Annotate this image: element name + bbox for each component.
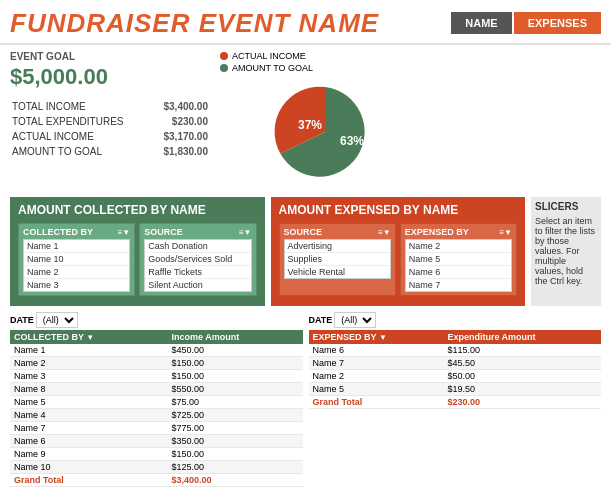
pie-chart-area: 63% 37%: [260, 77, 390, 187]
source-filter: SOURCE ≡▼ Cash DonationGoods/Services So…: [139, 223, 256, 296]
list-item[interactable]: Advertising: [285, 240, 390, 253]
list-item[interactable]: Name 1: [24, 240, 129, 253]
stats-table: TOTAL INCOME$3,400.00TOTAL EXPENDITURES$…: [10, 98, 210, 160]
row-value: $450.00: [167, 344, 302, 357]
stats-value: $1,830.00: [153, 145, 208, 158]
table-row: Name 5$75.00: [10, 396, 303, 409]
tab-name[interactable]: NAME: [451, 12, 511, 34]
exp-col1-dropdown[interactable]: ▼: [379, 333, 387, 342]
row-value: $150.00: [167, 448, 302, 461]
stats-row: TOTAL INCOME$3,400.00: [12, 100, 208, 113]
expensed-date-filter-row: DATE (All): [309, 312, 602, 328]
table-row: Grand Total$230.00: [309, 396, 602, 409]
stats-value: $3,170.00: [153, 130, 208, 143]
event-goal-value: $5,000.00: [10, 64, 210, 90]
list-item[interactable]: Vehicle Rental: [285, 266, 390, 278]
table-row: Name 1$450.00: [10, 344, 303, 357]
expensed-date-label: DATE: [309, 315, 333, 325]
chart-legend: ACTUAL INCOME AMOUNT TO GOAL: [220, 51, 601, 73]
expensed-date-select[interactable]: (All): [334, 312, 376, 328]
list-item[interactable]: Name 2: [406, 240, 511, 253]
list-item[interactable]: Name 2: [24, 266, 129, 279]
filter-icon-3[interactable]: ≡▼: [378, 228, 391, 237]
row-value: $45.50: [443, 357, 601, 370]
row-value: $75.00: [167, 396, 302, 409]
row-value: $115.00: [443, 344, 601, 357]
source-list[interactable]: Cash DonationGoods/Services SoldRaffle T…: [144, 239, 251, 292]
bottom-tables: DATE (All) COLLECTED BY ▼ Income Amount …: [0, 306, 611, 487]
event-goal-label: EVENT GOAL: [10, 51, 210, 62]
collected-data-table: DATE (All) COLLECTED BY ▼ Income Amount …: [10, 312, 303, 487]
list-item[interactable]: Name 5: [406, 253, 511, 266]
stats-label: ACTUAL INCOME: [12, 130, 151, 143]
list-item[interactable]: Cash Donation: [145, 240, 250, 253]
exp-source-filter: SOURCE ≡▼ AdvertisingSuppliesVehicle Ren…: [279, 223, 396, 296]
source-header: SOURCE: [144, 227, 183, 237]
expensed-filters: SOURCE ≡▼ AdvertisingSuppliesVehicle Ren…: [279, 223, 518, 296]
filter-icon-4[interactable]: ≡▼: [499, 228, 512, 237]
row-name: Name 2: [309, 370, 444, 383]
expensed-title: AMOUNT EXPENSED BY NAME: [279, 203, 518, 217]
stats-label: TOTAL INCOME: [12, 100, 151, 113]
row-name: Name 7: [309, 357, 444, 370]
collected-filters: COLLECTED BY ≡▼ Name 1Name 10Name 2Name …: [18, 223, 257, 296]
row-name: Name 6: [10, 435, 167, 448]
expensed-data-table: DATE (All) EXPENSED BY ▼ Expenditure Amo…: [309, 312, 602, 487]
legend-dot-goal: [220, 64, 228, 72]
collected-date-filter-row: DATE (All): [10, 312, 303, 328]
tab-expenses[interactable]: EXPENSES: [514, 12, 601, 34]
row-name: Name 5: [10, 396, 167, 409]
main-top: EVENT GOAL $5,000.00 TOTAL INCOME$3,400.…: [0, 45, 611, 193]
stats-value: $3,400.00: [153, 100, 208, 113]
filter-icon-2[interactable]: ≡▼: [239, 228, 252, 237]
filter-icon-1[interactable]: ≡▼: [118, 228, 131, 237]
row-name: Name 3: [10, 370, 167, 383]
legend-dot-actual: [220, 52, 228, 60]
legend-goal: AMOUNT TO GOAL: [220, 63, 601, 73]
pie-chart: 63% 37%: [260, 77, 390, 187]
row-name: Name 4: [10, 409, 167, 422]
list-item[interactable]: Silent Auction: [145, 279, 250, 291]
collected-section: AMOUNT COLLECTED BY NAME COLLECTED BY ≡▼…: [10, 197, 265, 306]
row-name: Grand Total: [309, 396, 444, 409]
list-item[interactable]: Goods/Services Sold: [145, 253, 250, 266]
left-panel: EVENT GOAL $5,000.00 TOTAL INCOME$3,400.…: [10, 51, 210, 187]
row-name: Grand Total: [10, 474, 167, 487]
collected-by-list[interactable]: Name 1Name 10Name 2Name 3: [23, 239, 130, 292]
exp-source-list[interactable]: AdvertisingSuppliesVehicle Rental: [284, 239, 391, 279]
row-value: $725.00: [167, 409, 302, 422]
collected-date-label: DATE: [10, 315, 34, 325]
collected-date-select[interactable]: (All): [36, 312, 78, 328]
list-item[interactable]: Name 6: [406, 266, 511, 279]
legend-actual: ACTUAL INCOME: [220, 51, 601, 61]
row-name: Name 2: [10, 357, 167, 370]
stats-row: AMOUNT TO GOAL$1,830.00: [12, 145, 208, 158]
stats-label: TOTAL EXPENDITURES: [12, 115, 151, 128]
sections-row: AMOUNT COLLECTED BY NAME COLLECTED BY ≡▼…: [0, 197, 611, 306]
list-item[interactable]: Name 7: [406, 279, 511, 291]
stats-value: $230.00: [153, 115, 208, 128]
col1-dropdown[interactable]: ▼: [86, 333, 94, 342]
expensed-section: AMOUNT EXPENSED BY NAME SOURCE ≡▼ Advert…: [271, 197, 526, 306]
list-item[interactable]: Raffle Tickets: [145, 266, 250, 279]
slicers-title: SLICERS: [535, 201, 597, 212]
header: FUNDRAISER EVENT NAME NAME EXPENSES: [0, 0, 611, 45]
table-row: Name 8$550.00: [10, 383, 303, 396]
expensed-col2-header: Expenditure Amount: [443, 330, 601, 344]
row-value: $50.00: [443, 370, 601, 383]
table-row: Name 3$150.00: [10, 370, 303, 383]
table-row: Name 5$19.50: [309, 383, 602, 396]
table-row: Name 7$45.50: [309, 357, 602, 370]
table-row: Name 10$125.00: [10, 461, 303, 474]
list-item[interactable]: Name 3: [24, 279, 129, 291]
slicers-panel: SLICERS Select an item to filter the lis…: [531, 197, 601, 306]
stats-label: AMOUNT TO GOAL: [12, 145, 151, 158]
slicers-text: Select an item to filter the lists by th…: [535, 216, 597, 286]
pct-green-label: 63%: [340, 134, 364, 148]
row-value: $775.00: [167, 422, 302, 435]
legend-actual-label: ACTUAL INCOME: [232, 51, 306, 61]
list-item[interactable]: Name 10: [24, 253, 129, 266]
exp-by-list[interactable]: Name 2Name 5Name 6Name 7: [405, 239, 512, 292]
list-item[interactable]: Supplies: [285, 253, 390, 266]
row-value: $3,400.00: [167, 474, 302, 487]
